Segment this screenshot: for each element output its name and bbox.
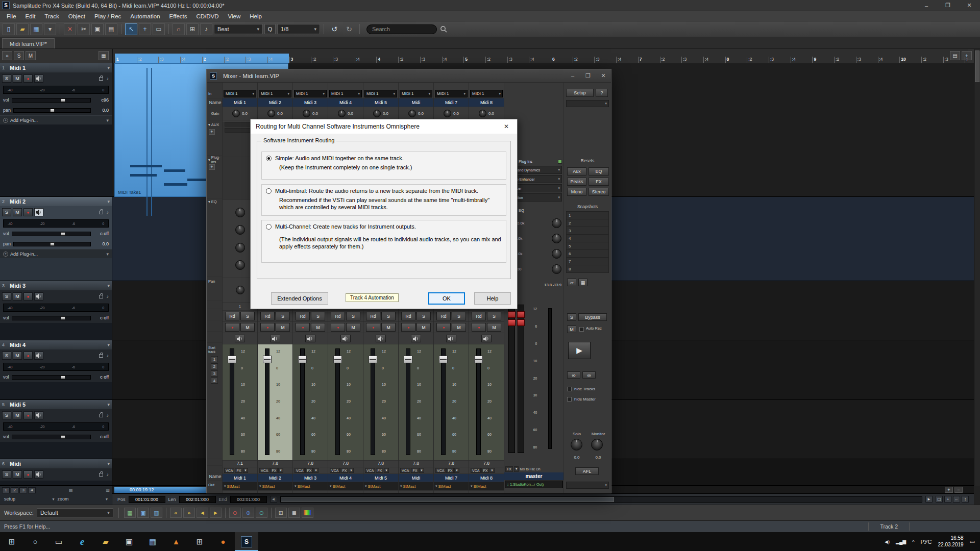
eq-knob[interactable]: [235, 208, 245, 217]
monitor-button[interactable]: [446, 335, 456, 342]
workspace-select[interactable]: Default ▾: [37, 508, 113, 517]
vertical-zoom-icon[interactable]: ↕: [962, 496, 969, 503]
fader-handle[interactable]: [508, 311, 516, 318]
mute-button[interactable]: M: [346, 323, 360, 332]
menu-help[interactable]: Help: [245, 11, 266, 21]
pan-slider[interactable]: [13, 242, 91, 246]
fx-button[interactable]: FX: [376, 468, 383, 473]
record-button[interactable]: ●: [23, 74, 33, 83]
snapshot-slot[interactable]: 8: [566, 265, 609, 273]
vertical-scrollbar[interactable]: [974, 49, 980, 486]
eq-knob[interactable]: [552, 249, 561, 259]
range-mode-icon[interactable]: ▭: [153, 23, 165, 35]
mix-to-file-toggle[interactable]: Mix to File On: [520, 467, 540, 471]
channel-input-select[interactable]: MIDI 1▾: [294, 90, 327, 97]
monitor-button[interactable]: [34, 292, 43, 300]
aux-section-label[interactable]: ▾AUX +: [207, 120, 222, 156]
extended-options-button[interactable]: Extended Options: [271, 292, 328, 305]
fx-button[interactable]: FX: [270, 468, 278, 473]
mute-all-button[interactable]: M: [567, 325, 576, 333]
mute-button[interactable]: M: [13, 292, 22, 300]
chevron-down-icon[interactable]: ▾: [489, 468, 495, 473]
fader-handle[interactable]: [369, 356, 377, 363]
track-header-2[interactable]: 2Midi 2▾SM●♪-40-20-60volc offpan0.0+Add …: [0, 197, 112, 281]
fader-handle[interactable]: [439, 356, 448, 363]
maximize-icon[interactable]: ❐: [580, 69, 596, 82]
global-solo-button[interactable]: S: [14, 51, 24, 60]
eq-knob[interactable]: [552, 264, 561, 274]
calculator-icon[interactable]: ⊞: [188, 532, 211, 551]
fader-handle[interactable]: [474, 356, 483, 363]
vca-button[interactable]: VCA: [400, 468, 410, 473]
mute-button[interactable]: M: [240, 323, 255, 332]
close-icon[interactable]: ✕: [596, 69, 611, 82]
gain-knob[interactable]: [373, 110, 381, 117]
track-header-1[interactable]: 1Midi 1▾SM●♪-40-20-60volc96pan0.0+Add Pl…: [0, 63, 112, 197]
auto-rec-checkbox[interactable]: [579, 327, 584, 332]
global-mute-button[interactable]: M: [26, 51, 36, 60]
close-icon[interactable]: ✕: [496, 120, 517, 134]
chevron-down-icon[interactable]: ▾: [313, 468, 318, 473]
crosshair-icon[interactable]: +: [944, 496, 951, 503]
mixer-setup-select[interactable]: ▾: [566, 100, 609, 107]
solo-button[interactable]: S: [2, 411, 11, 419]
mixer-titlebar[interactable]: S Mixer - Midi learn.VIP – ❐ ✕: [207, 69, 611, 83]
zoom-label[interactable]: zoom: [58, 496, 69, 502]
collapse-all-button[interactable]: »: [2, 51, 12, 60]
grid-bars-icon[interactable]: ⊞: [275, 508, 287, 518]
marker-next-icon[interactable]: »: [183, 508, 195, 518]
undo-button[interactable]: ↺: [328, 23, 341, 35]
reset-eq-button[interactable]: EQ: [589, 167, 609, 176]
loop-off-icon[interactable]: ⊖: [229, 508, 241, 518]
channel-input-select[interactable]: MIDI 1▾: [224, 90, 256, 97]
solo-button[interactable]: S: [452, 312, 466, 320]
mute-button[interactable]: M: [13, 352, 22, 360]
eq-section-label[interactable]: ▾EQ: [207, 198, 222, 277]
record-ready-button[interactable]: Rd: [225, 312, 239, 320]
channel-input-select[interactable]: MIDI 1▾: [470, 90, 503, 97]
add-aux-button[interactable]: +: [209, 129, 215, 135]
fader-handle[interactable]: [263, 356, 272, 363]
master-fader-left[interactable]: [508, 305, 515, 453]
menu-object[interactable]: Object: [64, 11, 90, 21]
record-button[interactable]: ●: [296, 323, 310, 332]
plugins-section-label[interactable]: ▾Plug-ins +: [207, 156, 222, 198]
solo-button[interactable]: S: [311, 312, 325, 320]
track-header-6[interactable]: 6Midi▾SM●♪: [0, 459, 112, 486]
language-indicator[interactable]: РУС: [921, 539, 932, 545]
gain-knob[interactable]: [479, 110, 486, 117]
chevron-down-icon[interactable]: ▾: [107, 199, 110, 204]
monitor-button[interactable]: [305, 335, 315, 342]
chevron-down-icon[interactable]: ▾: [419, 468, 424, 473]
lock-icon[interactable]: [99, 354, 103, 358]
mute-button[interactable]: M: [276, 323, 290, 332]
solo-button[interactable]: S: [346, 312, 360, 320]
eq-knob[interactable]: [552, 218, 561, 228]
slider-thumb[interactable]: [61, 435, 65, 439]
volume-slider[interactable]: [12, 435, 91, 439]
start-track-button[interactable]: 1: [211, 356, 218, 362]
samplitude-icon[interactable]: S: [235, 532, 258, 551]
start-track-button[interactable]: 2: [211, 363, 218, 369]
eq-knob[interactable]: [235, 260, 245, 270]
punch-icon[interactable]: ⊕: [242, 508, 254, 518]
save-options-dropdown-icon[interactable]: ▾: [44, 23, 56, 35]
gain-knob[interactable]: [338, 110, 346, 117]
screen-view-icon[interactable]: ▣: [137, 508, 149, 518]
folder-icon[interactable]: ▱: [567, 279, 576, 286]
record-ready-button[interactable]: Rd: [401, 312, 415, 320]
channel-input-select[interactable]: MIDI 1▾: [400, 90, 432, 97]
link-channels-icon[interactable]: ∞: [582, 371, 596, 379]
store-icon[interactable]: ▣: [117, 532, 141, 551]
solo-button[interactable]: S: [487, 312, 501, 320]
record-button[interactable]: ●: [225, 323, 239, 332]
end-value[interactable]: 003:01:000: [230, 496, 267, 503]
chevron-down-icon[interactable]: ▾: [107, 342, 110, 347]
add-plugin-button[interactable]: +: [209, 164, 215, 170]
solo-button[interactable]: S: [2, 470, 11, 479]
lock-icon[interactable]: [99, 414, 103, 417]
metronome-icon[interactable]: ♪: [200, 23, 212, 35]
grid-mode-icon[interactable]: ▦: [99, 51, 109, 60]
project-tab[interactable]: Midi learn.VIP*: [2, 38, 55, 48]
track-header-5[interactable]: 5Midi 5▾SM●♪-40-20-60volc off: [0, 400, 112, 459]
